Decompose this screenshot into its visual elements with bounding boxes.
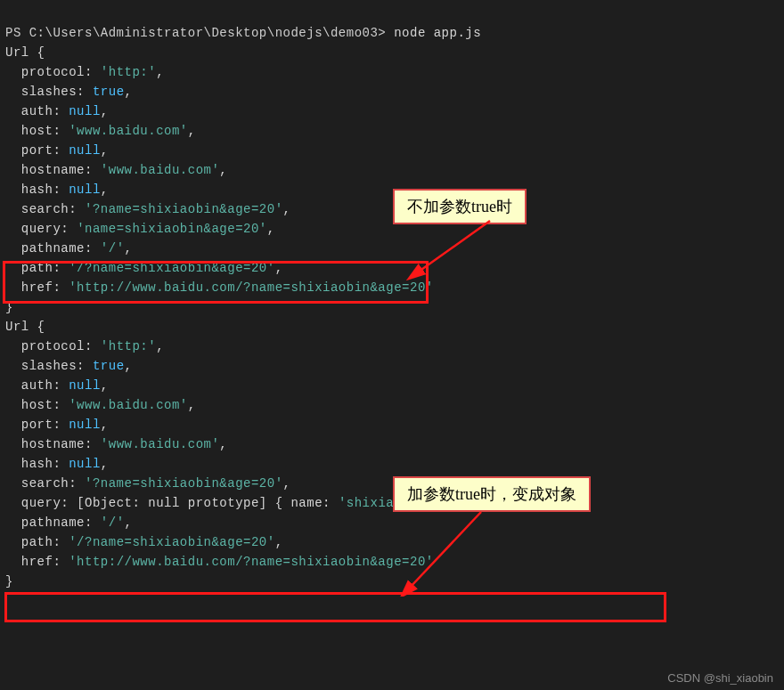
u1-host-v: 'www.baidu.com' — [69, 124, 188, 138]
u1-port-k: port: — [5, 143, 69, 158]
u2-path-k: path: — [5, 535, 69, 549]
u2-search-k: search: — [5, 476, 85, 491]
u1-slashes-v: true — [93, 85, 125, 99]
u2-host-k: host: — [5, 398, 69, 412]
u1-hash-v: null — [69, 183, 101, 197]
u2-pathname-k: pathname: — [5, 515, 101, 530]
u1-query-k: query: — [5, 222, 77, 236]
u2-slashes-k: slashes: — [5, 359, 93, 373]
u1-hostname-k: hostname: — [5, 163, 101, 177]
ps-prompt: PS C:\Users\Administrator\Desktop\nodejs… — [5, 26, 394, 40]
u2-auth-v: null — [69, 378, 101, 393]
url2-head: Url { — [5, 320, 45, 334]
u2-hostname-v: 'www.baidu.com' — [101, 437, 220, 451]
u2-hash-v: null — [69, 457, 101, 471]
u1-slashes-k: slashes: — [5, 85, 93, 99]
u2-path-v: '/?name=shixiaobin&age=20' — [69, 535, 274, 549]
u1-host-k: host: — [5, 124, 69, 138]
u2-hash-k: hash: — [5, 457, 69, 471]
u2-port-v: null — [69, 418, 101, 432]
u2-protocol-k: protocol: — [5, 339, 101, 353]
terminal-output: PS C:\Users\Administrator\Desktop\nodejs… — [0, 0, 784, 595]
u1-hash-k: hash: — [5, 183, 69, 197]
u1-href-k: href: — [5, 280, 69, 295]
u2-hostname-k: hostname: — [5, 437, 101, 451]
command-text: node app.js — [394, 26, 481, 40]
url1-head: Url { — [5, 45, 45, 60]
u2-query-obj-pre: [Object: null prototype] { name: — [77, 496, 339, 510]
u1-pathname-k: pathname: — [5, 241, 101, 256]
u2-protocol-v: 'http:' — [101, 339, 156, 353]
u2-href-k: href: — [5, 555, 69, 569]
u2-slashes-v: true — [93, 359, 125, 373]
highlight-box-query-object — [4, 592, 666, 622]
u1-protocol-k: protocol: — [5, 65, 101, 79]
url1-tail: } — [5, 300, 13, 314]
u2-port-k: port: — [5, 418, 69, 432]
u2-href-v: 'http://www.baidu.com/?name=shixiaobin&a… — [69, 555, 433, 569]
u1-port-v: null — [69, 143, 101, 158]
u2-query-k: query: — [5, 496, 77, 510]
u2-host-v: 'www.baidu.com' — [69, 398, 188, 412]
u2-search-v: '?name=shixiaobin&age=20' — [85, 476, 283, 491]
u1-href-v: 'http://www.baidu.com/?name=shixiaobin&a… — [69, 280, 433, 295]
u1-query-v: 'name=shixiaobin&age=20' — [77, 222, 267, 236]
u1-hostname-v: 'www.baidu.com' — [101, 163, 220, 177]
u1-auth-v: null — [69, 104, 101, 118]
u2-pathname-v: '/' — [101, 515, 125, 530]
u1-auth-k: auth: — [5, 104, 69, 118]
u2-auth-k: auth: — [5, 378, 69, 393]
callout-no-true: 不加参数true时 — [393, 189, 527, 224]
u1-path-v: '/?name=shixiaobin&age=20' — [69, 261, 274, 275]
u1-path-k: path: — [5, 261, 69, 275]
u1-protocol-v: 'http:' — [101, 65, 156, 79]
url2-tail: } — [5, 574, 13, 589]
u1-search-v: '?name=shixiaobin&age=20' — [85, 202, 283, 216]
watermark-text: CSDN @shi_xiaobin — [667, 671, 773, 685]
callout-with-true: 加参数true时，变成对象 — [393, 476, 591, 512]
u1-pathname-v: '/' — [101, 241, 125, 256]
u1-search-k: search: — [5, 202, 85, 216]
